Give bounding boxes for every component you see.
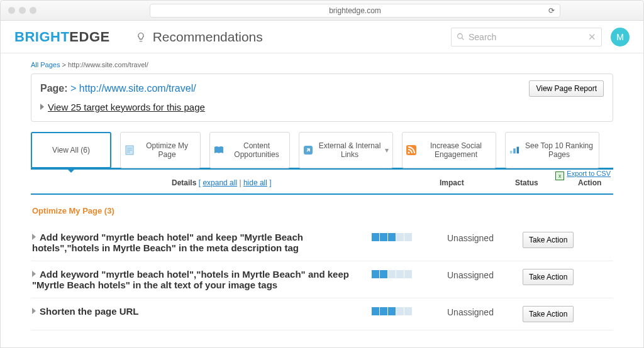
page-title: Recommendations [153, 30, 263, 45]
chevron-down-icon: ▾ [385, 146, 389, 155]
status-text: Unassigned [447, 306, 523, 317]
tab-optimize-my-page[interactable]: Optimize My Page [120, 132, 201, 168]
window-controls[interactable] [8, 7, 36, 14]
col-details: Details [ expand all | hide all ] [172, 178, 272, 187]
col-action: Action [578, 178, 601, 187]
link-icon [303, 145, 313, 155]
brand-logo[interactable]: BRIGHTEDGE [14, 29, 110, 45]
user-avatar[interactable]: M [611, 28, 630, 46]
view-page-report-button[interactable]: View Page Report [529, 80, 604, 97]
take-action-button[interactable]: Take Action [523, 232, 574, 248]
book-icon [214, 145, 224, 155]
ranking-icon [509, 145, 519, 155]
svg-rect-9 [510, 151, 513, 153]
col-impact: Impact [440, 178, 464, 187]
expand-icon [32, 271, 36, 277]
tab-external-internal-links[interactable]: External & Internal Links ▾ [299, 132, 393, 168]
breadcrumb-root[interactable]: All Pages [31, 61, 60, 68]
breadcrumb: All Pages > http://www.site.com/travel/ [31, 61, 613, 68]
page-url-link[interactable]: http://www.site.com/travel/ [79, 83, 196, 94]
status-text: Unassigned [447, 232, 523, 243]
status-text: Unassigned [447, 269, 523, 280]
target-keywords-link[interactable]: View 25 target keywords for this page [40, 102, 604, 112]
recommendation-list: Add keyword "myrtle beach hotel" and kee… [31, 224, 613, 330]
app-header: BRIGHTEDGE Recommendations Search ✕ M [1, 21, 643, 53]
reload-icon[interactable]: ⟳ [548, 6, 555, 15]
tab-content-opportunities[interactable]: Content Opportunities [209, 132, 290, 168]
take-action-button[interactable]: Take Action [523, 269, 574, 285]
hide-all-link[interactable]: hide all [243, 178, 267, 187]
page-info-panel: Page: > http://www.site.com/travel/ View… [31, 73, 613, 122]
lightbulb-icon [135, 31, 147, 43]
clear-search-icon[interactable]: ✕ [588, 31, 596, 43]
minimize-dot[interactable] [19, 7, 26, 14]
tab-increase-social[interactable]: Increase Social Engagement [402, 132, 496, 168]
svg-line-1 [462, 38, 464, 40]
app-window: brightedge.com ⟳ BRIGHTEDGE Recommendati… [0, 0, 644, 348]
page-icon [125, 145, 134, 155]
impact-bars [372, 232, 447, 241]
recommendation-row: Add keyword "myrtle beach hotel" and kee… [31, 224, 613, 261]
search-icon [457, 33, 465, 41]
svg-rect-11 [517, 147, 519, 154]
impact-bars [372, 306, 447, 315]
expand-icon [32, 234, 36, 240]
expand-icon [40, 104, 44, 110]
search-placeholder: Search [469, 32, 496, 42]
breadcrumb-path: http://www.site.com/travel/ [68, 61, 148, 68]
impact-bars [372, 269, 447, 278]
main-content: All Pages > http://www.site.com/travel/ … [1, 53, 643, 330]
header-rule [31, 193, 613, 195]
recommendation-desc[interactable]: Add keyword "myrtle beach hotel" and kee… [32, 232, 372, 253]
svg-point-8 [408, 151, 409, 153]
recommendation-row: Add keyword "myrtle beach hotel","hotels… [31, 261, 613, 298]
rss-icon [406, 145, 416, 155]
section-title: Optimize My Page (3) [32, 206, 613, 215]
recommendation-desc[interactable]: Shorten the page URL [32, 306, 372, 317]
tab-top-ranking-pages[interactable]: See Top 10 Ranking Pages [505, 132, 599, 168]
recommendation-row: Shorten the page URLUnassignedTake Actio… [31, 298, 613, 330]
address-domain: brightedge.com [329, 6, 381, 15]
expand-all-link[interactable]: expand all [203, 178, 237, 187]
page-label: Page: > http://www.site.com/travel/ [40, 83, 196, 94]
column-headers: xExport to CSV Details [ expand all | hi… [31, 178, 613, 193]
close-dot[interactable] [8, 7, 15, 14]
search-input[interactable]: Search ✕ [451, 28, 602, 46]
filter-tabs: View All (6) Optimize My Page Content Op… [31, 132, 613, 168]
tab-view-all[interactable]: View All (6) [31, 132, 111, 168]
browser-chrome: brightedge.com ⟳ [1, 1, 643, 21]
col-status: Status [515, 178, 538, 187]
recommendation-desc[interactable]: Add keyword "myrtle beach hotel","hotels… [32, 269, 372, 290]
take-action-button[interactable]: Take Action [523, 306, 574, 322]
address-bar[interactable]: brightedge.com ⟳ [150, 4, 560, 18]
svg-rect-7 [406, 145, 416, 155]
zoom-dot[interactable] [30, 7, 36, 14]
svg-rect-10 [513, 148, 516, 153]
expand-icon [32, 308, 36, 314]
svg-point-0 [458, 34, 463, 39]
excel-icon: x [555, 171, 564, 180]
